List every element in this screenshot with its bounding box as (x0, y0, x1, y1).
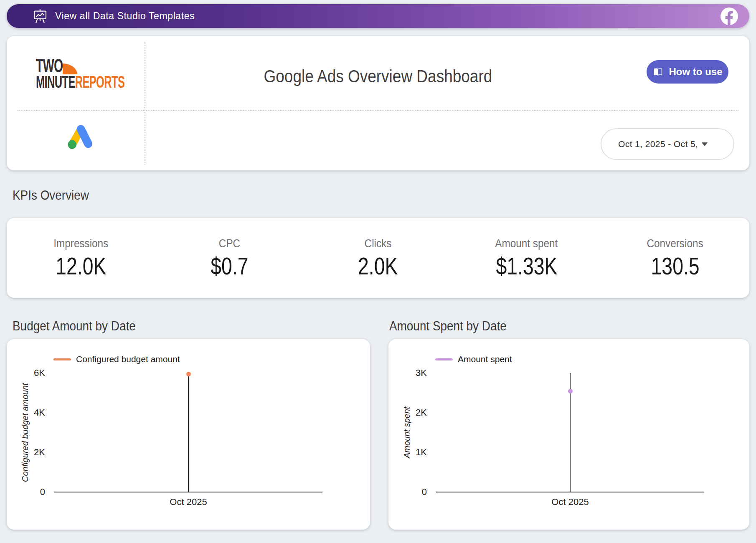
facebook-icon[interactable] (720, 7, 738, 25)
kpi-conversions: Conversions 130.5 (601, 237, 749, 298)
kpi-cpc: CPC $0.7 (155, 237, 304, 298)
legend-label: Configured budget amount (76, 354, 180, 364)
spent-chart-card: Amount spent Amount spent 3K 2K 1K 0 Oct… (388, 339, 749, 530)
vertical-dotted-divider (145, 42, 145, 165)
kpi-value: 12.0K (7, 252, 155, 280)
chevron-down-icon (702, 142, 708, 146)
date-range-value: Oct 1, 2025 - Oct 5, 2025 (618, 139, 697, 149)
y-axis-label: Amount spent (401, 373, 413, 492)
book-icon (652, 66, 664, 78)
x-tick: Oct 2025 (147, 497, 230, 507)
y-tick: 6K (15, 368, 45, 378)
header-card: TWO MINUTEREPORTS Google Ads Overview Da… (7, 36, 749, 170)
kpi-label: Conversions (601, 237, 749, 250)
kpi-impressions: Impressions 12.0K (7, 237, 155, 298)
kpi-card: Impressions 12.0K CPC $0.7 Clicks 2.0K A… (7, 218, 749, 298)
chart-legend: Configured budget amount (53, 354, 180, 364)
spent-chart-title: Amount Spent by Date (389, 319, 520, 334)
y-tick: 4K (15, 407, 45, 418)
kpi-value: 2.0K (304, 252, 452, 280)
kpi-label: Impressions (7, 237, 155, 250)
chart-board-icon (32, 8, 48, 25)
y-tick: 0 (15, 487, 45, 497)
kpi-value: $0.7 (155, 252, 304, 280)
y-tick: 2K (15, 447, 45, 458)
kpi-amount-spent: Amount spent $1.33K (452, 237, 601, 298)
data-point (186, 372, 191, 376)
kpi-value: 130.5 (601, 252, 749, 280)
y-axis-label: Configured budget amount (19, 373, 31, 492)
legend-label: Amount spent (458, 354, 512, 364)
kpis-section-title: KPIs Overview (13, 188, 97, 203)
kpi-label: CPC (155, 237, 304, 250)
banner-link[interactable]: View all Data Studio Templates (7, 4, 749, 28)
horizontal-dotted-divider (18, 110, 738, 111)
budget-chart-title: Budget Amount by Date (13, 319, 149, 334)
kpi-label: Amount spent (452, 237, 601, 250)
y-tick: 3K (397, 368, 427, 378)
y-tick: 1K (397, 447, 427, 458)
data-vertical-line (188, 373, 189, 492)
google-ads-icon (64, 124, 92, 151)
data-point (568, 389, 573, 393)
x-tick: Oct 2025 (528, 497, 612, 507)
legend-line-swatch (53, 358, 71, 360)
kpi-clicks: Clicks 2.0K (304, 237, 452, 298)
date-range-selector[interactable]: Oct 1, 2025 - Oct 5, 2025 (601, 128, 734, 160)
kpi-value: $1.33K (452, 252, 601, 280)
y-tick: 0 (397, 487, 427, 497)
chart-legend: Amount spent (435, 354, 512, 364)
page-title: Google Ads Overview Dashboard (7, 66, 749, 86)
y-tick: 2K (397, 407, 427, 418)
kpi-label: Clicks (304, 237, 452, 250)
banner-label: View all Data Studio Templates (55, 10, 720, 22)
budget-chart-card: Configured budget amount Configured budg… (7, 339, 370, 530)
legend-line-swatch (435, 358, 453, 360)
how-to-use-button[interactable]: How to use (647, 60, 728, 84)
